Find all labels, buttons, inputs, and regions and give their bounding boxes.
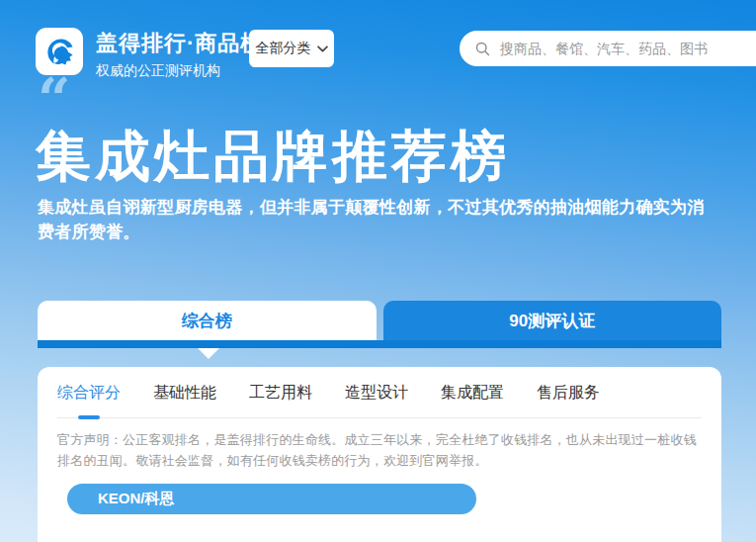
rank-item-brand-label: KEON/科恩 bbox=[98, 490, 175, 508]
subtab-materials[interactable]: 工艺用料 bbox=[249, 383, 312, 417]
main-tabs: 综合榜 90测评认证 bbox=[38, 301, 721, 340]
brand-title: 盖得排行·商品榜 bbox=[96, 29, 263, 58]
all-categories-label: 全部分类 bbox=[256, 40, 311, 57]
content-panel: 综合评分 基础性能 工艺用料 造型设计 集成配置 售后服务 官方声明：公正客观排… bbox=[38, 367, 721, 542]
lion-icon bbox=[40, 32, 79, 71]
page: 盖得排行·商品榜 权威的公正测评机构 全部分类 “ 集成灶品牌推荐榜 集成灶虽自… bbox=[0, 0, 756, 542]
brand-block: 盖得排行·商品榜 权威的公正测评机构 bbox=[96, 29, 263, 80]
tab-comprehensive-list-label: 综合榜 bbox=[182, 310, 232, 332]
search-input[interactable] bbox=[500, 41, 747, 56]
quote-icon: “ bbox=[38, 71, 70, 129]
search-bar[interactable] bbox=[460, 31, 756, 66]
tab-90-certification-label: 90测评认证 bbox=[509, 310, 595, 332]
subtab-basic-performance-label: 基础性能 bbox=[153, 384, 216, 401]
subtab-design-label: 造型设计 bbox=[345, 384, 408, 401]
subtab-basic-performance[interactable]: 基础性能 bbox=[153, 383, 216, 417]
tab-90-certification[interactable]: 90测评认证 bbox=[383, 301, 722, 340]
score-subtabs: 综合评分 基础性能 工艺用料 造型设计 集成配置 售后服务 bbox=[38, 367, 721, 417]
subtab-integration-config-label: 集成配置 bbox=[441, 384, 504, 401]
rank-item-brand-bar[interactable]: KEON/科恩 bbox=[67, 484, 476, 514]
official-statement: 官方声明：公正客观排名，是盖得排行的生命线。成立三年以来，完全杜绝了收钱排名，也… bbox=[57, 429, 702, 471]
subtab-design[interactable]: 造型设计 bbox=[345, 383, 408, 417]
active-tab-pointer bbox=[198, 348, 219, 359]
subtab-after-sales-label: 售后服务 bbox=[537, 384, 600, 401]
all-categories-button[interactable]: 全部分类 bbox=[249, 30, 334, 67]
subtab-overall-score-label: 综合评分 bbox=[57, 384, 121, 401]
brand-subtitle: 权威的公正测评机构 bbox=[96, 62, 263, 80]
subtab-integration-config[interactable]: 集成配置 bbox=[441, 383, 504, 417]
subtab-overall-score[interactable]: 综合评分 bbox=[57, 383, 121, 417]
tab-comprehensive-list[interactable]: 综合榜 bbox=[38, 301, 377, 340]
page-title: 集成灶品牌推荐榜 bbox=[36, 126, 510, 187]
search-icon bbox=[474, 41, 491, 57]
subtabs-divider bbox=[57, 417, 702, 418]
subtab-materials-label: 工艺用料 bbox=[249, 384, 312, 401]
tab-strip bbox=[38, 340, 721, 348]
chevron-down-icon bbox=[317, 45, 328, 52]
page-description: 集成灶虽自诩新型厨房电器，但并非属于颠覆性创新，不过其优秀的抽油烟能力确实为消费… bbox=[38, 195, 719, 244]
active-subtab-indicator bbox=[78, 415, 100, 419]
subtab-after-sales[interactable]: 售后服务 bbox=[537, 383, 600, 417]
